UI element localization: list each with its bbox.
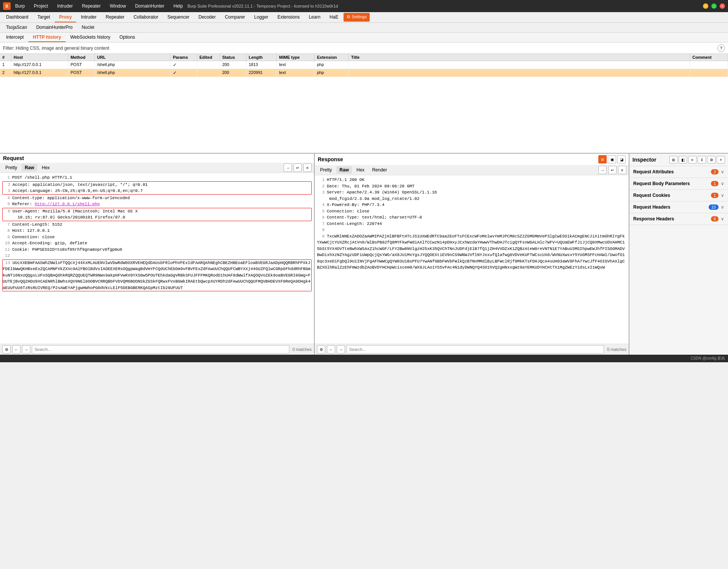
minimize-button[interactable]: − bbox=[703, 3, 708, 9]
inspector-toolbar: ⊞ ◧ ≡ ⇕ ⚙ × bbox=[669, 156, 725, 163]
close-button[interactable]: × bbox=[720, 3, 725, 9]
row1-ext: php bbox=[315, 61, 349, 69]
req-tab-raw[interactable]: Raw bbox=[22, 164, 37, 171]
tab-learn[interactable]: Learn bbox=[304, 12, 325, 22]
req-line-8: 8Host: 127.0.0.1 bbox=[2, 228, 312, 234]
row1-status: 200 bbox=[220, 61, 246, 69]
request-search-input[interactable] bbox=[32, 345, 289, 354]
subtab-options[interactable]: Options bbox=[115, 33, 140, 42]
res-line-5: 5Connection: close bbox=[317, 208, 626, 215]
res-menu-icon[interactable]: ≡ bbox=[618, 166, 626, 174]
filter-help-button[interactable]: ? bbox=[717, 44, 725, 52]
response-toolbar: Pretty Raw Hex Render → ↵ ≡ bbox=[315, 165, 629, 175]
req-bottom-arrow1-icon[interactable]: ← bbox=[12, 345, 20, 354]
inspector-row-res-headers[interactable]: Response Headers 6 ∨ bbox=[629, 213, 728, 225]
menu-project[interactable]: Project bbox=[32, 3, 49, 9]
th-mime: MIME type bbox=[277, 54, 315, 61]
inspector-row-cookies[interactable]: Request Cookies 1 ∨ bbox=[629, 190, 728, 201]
tab-decoder[interactable]: Decoder bbox=[194, 12, 220, 22]
th-status: Status bbox=[220, 54, 246, 61]
menu-repeater[interactable]: Repeater bbox=[80, 3, 102, 9]
tab-extensions[interactable]: Extensions bbox=[273, 12, 304, 22]
req-wrap-icon[interactable]: ↵ bbox=[293, 163, 302, 172]
menu-burp[interactable]: Burp bbox=[14, 3, 26, 9]
tab-tsojanscan[interactable]: TsojaScan bbox=[2, 23, 31, 32]
res-tab-hex[interactable]: Hex bbox=[353, 166, 367, 174]
tab-intruder[interactable]: Intruder bbox=[76, 12, 101, 22]
row2-num: 2 bbox=[0, 69, 11, 77]
tab-dashboard[interactable]: Dashboard bbox=[2, 12, 33, 22]
req-line-5: 5Referer: http://127.0.0.1/shell.php bbox=[2, 201, 312, 207]
row1-num: 1 bbox=[0, 61, 11, 69]
inspector-chevron-request-attrs: ∨ bbox=[721, 169, 724, 174]
request-title: Request bbox=[3, 155, 24, 161]
tab-settings[interactable]: ⚙ Settings bbox=[344, 13, 370, 22]
th-title: Title bbox=[349, 54, 690, 61]
response-panel: Response ⊞ ▣ ◪ Pretty Raw Hex Render → ↵… bbox=[315, 154, 629, 355]
response-toggle-full1[interactable]: ▣ bbox=[608, 155, 616, 163]
row2-method: POST bbox=[68, 69, 95, 77]
app-title: Burp Suite Professional v2022.11.1 - Tem… bbox=[187, 4, 338, 8]
response-content[interactable]: 1HTTP/1.1 200 OK 2Date: Thu, 01 Feb 2024… bbox=[315, 175, 629, 344]
inspector-panel: Inspector ⊞ ◧ ≡ ⇕ ⚙ × Request Attributes… bbox=[629, 154, 728, 355]
inspector-row-request-attrs[interactable]: Request Attributes 2 ∨ bbox=[629, 166, 728, 178]
req-tab-hex[interactable]: Hex bbox=[39, 164, 53, 171]
table-row[interactable]: 1 http://127.0.0.1 POST /shell.php ✓ 200… bbox=[0, 61, 728, 69]
req-bottom-settings-icon[interactable]: ⚙ bbox=[2, 345, 11, 354]
tab-domainhunterpro[interactable]: DomainHunterPro bbox=[31, 23, 77, 32]
tab-proxy[interactable]: Proxy bbox=[55, 12, 76, 22]
req-tab-pretty[interactable]: Pretty bbox=[2, 164, 20, 171]
row2-params: ✓ bbox=[171, 69, 197, 77]
inspector-close-icon[interactable]: × bbox=[717, 156, 725, 163]
subtab-http-history[interactable]: HTTP history bbox=[28, 33, 66, 42]
req-line-2: 2Accept: application/json, text/javascri… bbox=[3, 182, 311, 188]
table-row[interactable]: 2 http://127.0.0.1 POST /shell.php ✓ 200… bbox=[0, 69, 728, 77]
response-toggle-full2[interactable]: ◪ bbox=[617, 155, 626, 163]
inspector-label-req-headers: Request Headers bbox=[633, 204, 709, 210]
menu-domainhunter[interactable]: DomainHunter bbox=[133, 3, 166, 9]
tab-logger[interactable]: Logger bbox=[249, 12, 273, 22]
req-send-icon[interactable]: → bbox=[284, 163, 292, 172]
inspector-split-icon[interactable]: ⇕ bbox=[698, 156, 706, 163]
menu-window[interactable]: Window bbox=[108, 3, 127, 9]
row1-host: http://127.0.0.1 bbox=[11, 61, 68, 69]
res-tab-pretty[interactable]: Pretty bbox=[317, 166, 335, 174]
row2-mime: text bbox=[277, 69, 315, 77]
tab-target[interactable]: Target bbox=[33, 12, 55, 22]
inspector-row-req-headers[interactable]: Request Headers 10 ∨ bbox=[629, 201, 728, 213]
res-tab-raw[interactable]: Raw bbox=[336, 166, 352, 174]
title-bar-left: B Burp Project Intruder Repeater Window … bbox=[3, 2, 338, 10]
th-length: Length bbox=[246, 54, 277, 61]
res-bottom-settings-icon[interactable]: ⚙ bbox=[317, 345, 325, 354]
tab-hae[interactable]: HaE bbox=[325, 12, 343, 22]
title-bar: B Burp Project Intruder Repeater Window … bbox=[0, 0, 728, 12]
subtab-intercept[interactable]: Intercept bbox=[2, 33, 28, 42]
inspector-gear-icon[interactable]: ⚙ bbox=[707, 156, 715, 163]
inspector-count-cookies: 1 bbox=[711, 193, 719, 198]
menu-intruder[interactable]: Intruder bbox=[56, 3, 74, 9]
request-content[interactable]: 1POST /shell.php HTTP/1.1 2Accept: appli… bbox=[0, 173, 314, 344]
response-toggle-split[interactable]: ⊞ bbox=[598, 155, 607, 163]
response-search-input[interactable] bbox=[347, 345, 604, 354]
maximize-button[interactable]: □ bbox=[711, 3, 717, 9]
tab-collaborator[interactable]: Collaborator bbox=[129, 12, 163, 22]
req-menu-icon[interactable]: ≡ bbox=[303, 163, 312, 172]
inspector-list-icon[interactable]: ≡ bbox=[688, 156, 697, 163]
tab-repeater[interactable]: Repeater bbox=[101, 12, 129, 22]
menu-help[interactable]: Help bbox=[172, 3, 185, 9]
subtab-websockets[interactable]: WebSockets history bbox=[66, 33, 115, 42]
inspector-view-btn2[interactable]: ◧ bbox=[679, 156, 687, 163]
inspector-view-btn1[interactable]: ⊞ bbox=[669, 156, 678, 163]
res-wrap-icon[interactable]: ↵ bbox=[608, 166, 617, 174]
filter-text[interactable]: Filter: Hiding CSS, image and general bi… bbox=[3, 46, 717, 51]
res-send-icon[interactable]: → bbox=[598, 166, 607, 174]
req-bottom-arrow2-icon[interactable]: → bbox=[22, 345, 30, 354]
tab-sequencer[interactable]: Sequencer bbox=[163, 12, 194, 22]
res-tab-render[interactable]: Render bbox=[369, 166, 390, 174]
tab-nuclei[interactable]: Nuclei bbox=[77, 23, 99, 32]
res-bottom-arrow1-icon[interactable]: ← bbox=[327, 345, 335, 354]
tab-comparer[interactable]: Comparer bbox=[220, 12, 249, 22]
row2-url: /shell.php bbox=[95, 69, 171, 77]
res-bottom-arrow2-icon[interactable]: → bbox=[337, 345, 345, 354]
inspector-row-body-params[interactable]: Request Body Parameters 1 ∨ bbox=[629, 178, 728, 189]
